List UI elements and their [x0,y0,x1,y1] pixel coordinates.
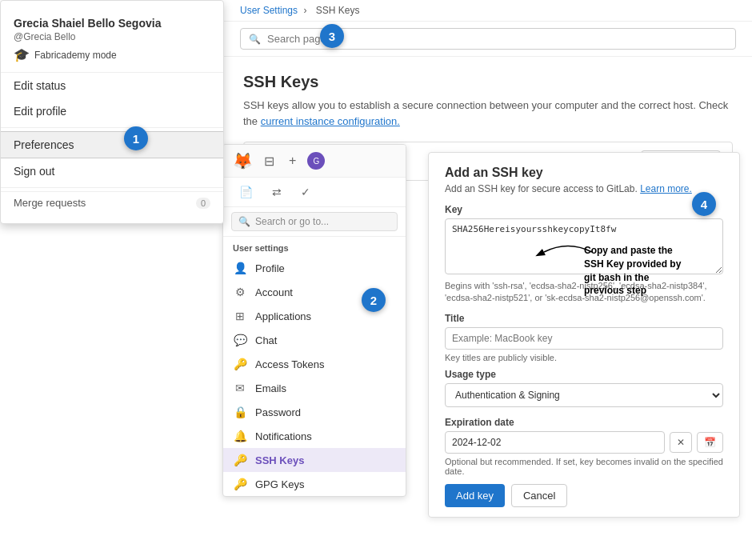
breadcrumb-current: SSH Keys [316,5,360,16]
user-avatar: G [307,152,325,170]
dropdown-divider [1,127,223,128]
sidebar-search: 🔍 Search or go to... [223,207,406,237]
user-settings-sidebar: 🦊 ⊟ + G 📄 ⇄ ✓ 🔍 Search or go to... User … [222,144,406,497]
expiry-hint: Optional but recommended. If set, key be… [445,457,723,476]
instance-config-link[interactable]: current instance configuration. [261,115,400,127]
sidebar-section-title: User settings [223,237,406,256]
search-icon: 🔍 [249,34,261,45]
merge-icon[interactable]: ⇄ [266,182,288,202]
annotation-4: 4 [692,192,716,216]
sidebar-item-emails[interactable]: ✉ Emails [223,376,406,400]
account-icon: ⚙ [233,286,247,298]
fabricademy-icon: 🎓 [14,47,30,62]
emails-icon: ✉ [233,382,247,394]
sidebar-topbar: 🦊 ⊟ + G [223,145,406,178]
sidebar-search-icon: 🔍 [238,216,250,227]
user-dropdown: Grecia Shaiel Bello Segovia @Grecia Bell… [0,0,224,224]
sidebar-item-notifications[interactable]: 🔔 Notifications [223,424,406,448]
preferences-item[interactable]: Preferences [1,131,223,158]
fabricademy-mode: 🎓 Fabricademy mode [14,47,210,62]
cancel-button[interactable]: Cancel [511,484,567,507]
user-name: Grecia Shaiel Bello Segovia [14,17,210,30]
sidebar-item-label-password: Password [255,406,301,418]
clear-date-button[interactable]: ✕ [670,432,692,453]
calendar-button[interactable]: 📅 [697,432,723,453]
chat-icon: 💬 [233,334,247,346]
title-input[interactable] [445,327,723,350]
profile-icon: 👤 [233,262,247,274]
expiry-input[interactable] [445,431,665,454]
form-actions: Add key Cancel [445,484,723,507]
page-title: SSH Keys [243,73,733,91]
sidebar-item-access-tokens[interactable]: 🔑 Access Tokens [223,352,406,376]
sidebar-item-password[interactable]: 🔒 Password [223,400,406,424]
gitlab-logo: 🦊 [233,151,253,170]
expiry-date-row: ✕ 📅 [445,431,723,454]
sidebar-item-gpg-keys[interactable]: 🔑 GPG Keys [223,472,406,496]
learn-more-link[interactable]: Learn more. [640,183,692,194]
annotation-1: 1 [124,126,148,150]
merge-count: 0 [196,198,210,209]
sidebar-item-label-account: Account [255,286,293,298]
add-key-button[interactable]: Add key [445,484,505,507]
applications-icon: ⊞ [233,310,247,322]
usage-select[interactable]: Authentication & Signing [445,383,723,407]
merge-requests-label[interactable]: Merge requests [14,197,86,209]
sidebar-nav-icons: 📄 ⇄ ✓ [223,178,406,207]
sidebar-search-text: Search or go to... [255,216,329,227]
sign-out-item[interactable]: Sign out [1,158,223,184]
doc-icon[interactable]: 📄 [233,182,259,202]
form-panel-subtitle: Add an SSH key for secure access to GitL… [445,183,723,194]
ssh-description: SSH keys allow you to establish a secure… [243,98,733,129]
merge-requests-row: Merge requests 0 [1,191,223,214]
gpg-keys-icon: 🔑 [233,478,247,490]
copy-paste-annotation: Copy and paste the SSH Key provided by g… [584,244,688,298]
edit-profile-item[interactable]: Edit profile [1,98,223,124]
layout-icon[interactable]: ⊟ [261,152,278,170]
check-icon[interactable]: ✓ [294,182,317,202]
sidebar-item-chat[interactable]: 💬 Chat [223,328,406,352]
title-label: Title [445,313,723,324]
search-bar-area: 🔍 [224,22,752,57]
annotation-2: 2 [362,288,386,312]
plus-icon[interactable]: + [286,152,299,170]
annotation-3: 3 [320,24,344,48]
notifications-icon: 🔔 [233,430,247,442]
form-panel-title: Add an SSH key [445,166,723,180]
sidebar-item-label-profile: Profile [255,262,285,274]
password-icon: 🔒 [233,406,247,418]
sidebar-item-label-emails: Emails [255,382,286,394]
expiry-label: Expiration date [445,417,723,428]
sidebar-item-label-chat: Chat [255,334,277,346]
username: @Grecia Bello [14,31,210,42]
sidebar-item-label-access-tokens: Access Tokens [255,358,324,370]
edit-status-item[interactable]: Edit status [1,73,223,98]
sidebar-item-label-notifications: Notifications [255,430,312,442]
sidebar-item-ssh-keys[interactable]: 🔑 SSH Keys [223,448,406,472]
dropdown-divider-2 [1,187,223,188]
usage-label: Usage type [445,369,723,380]
search-bar: 🔍 [240,28,736,50]
breadcrumb-parent[interactable]: User Settings [240,5,298,16]
access-tokens-icon: 🔑 [233,358,247,370]
user-info: Grecia Shaiel Bello Segovia @Grecia Bell… [1,10,223,73]
breadcrumb: User Settings › SSH Keys [224,0,752,22]
sidebar-search-inner[interactable]: 🔍 Search or go to... [231,212,398,231]
key-label: Key [445,204,723,215]
sidebar-item-profile[interactable]: 👤 Profile [223,256,406,280]
title-hint: Key titles are publicly visible. [445,353,723,362]
sidebar-item-label-ssh-keys: SSH Keys [255,454,304,466]
ssh-keys-icon: 🔑 [233,454,247,466]
sidebar-item-label-gpg-keys: GPG Keys [255,478,304,490]
sidebar-item-label-applications: Applications [255,310,311,322]
